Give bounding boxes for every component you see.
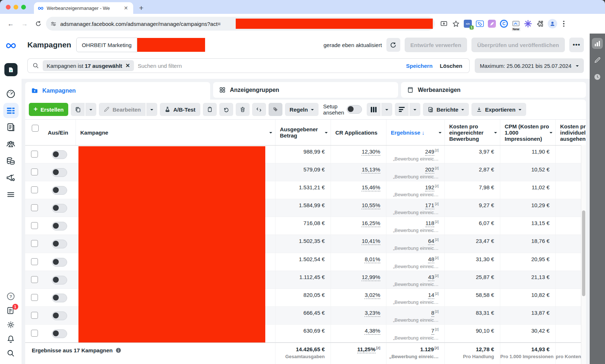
- clipboard-button[interactable]: [203, 103, 217, 116]
- column-header-cr[interactable]: CR Applications: [331, 120, 386, 145]
- sidebar-item-campaigns[interactable]: [3, 103, 19, 118]
- breakdown-button[interactable]: [395, 103, 409, 116]
- campaign-onoff-toggle[interactable]: [52, 222, 67, 231]
- columns-button[interactable]: [367, 103, 381, 116]
- column-header-campaign[interactable]: Kampagne: [76, 120, 275, 145]
- export-button[interactable]: Exportieren: [471, 103, 526, 116]
- campaign-onoff-toggle[interactable]: [52, 204, 67, 213]
- table-scrollbar[interactable]: [581, 145, 586, 364]
- results-value[interactable]: 118: [425, 220, 434, 227]
- sidebar-item-ads-manager-app[interactable]: [3, 62, 19, 77]
- column-header-cpm[interactable]: CPM (Kosten pro 1.000 Impressionen): [500, 120, 555, 145]
- extensions-puzzle-icon[interactable]: [536, 19, 544, 28]
- campaign-onoff-toggle[interactable]: [52, 258, 67, 267]
- cr-value[interactable]: 8,01%: [365, 256, 380, 263]
- cr-value[interactable]: 3,02%: [365, 292, 380, 299]
- extension-feather-icon[interactable]: [488, 19, 496, 28]
- info-icon[interactable]: [115, 347, 122, 353]
- campaign-onoff-toggle[interactable]: [52, 294, 67, 302]
- extension-tag-icon[interactable]: [475, 19, 484, 28]
- row-checkbox[interactable]: [31, 330, 38, 337]
- campaign-onoff-toggle[interactable]: [52, 150, 67, 159]
- history-button[interactable]: [592, 71, 603, 82]
- edit-button[interactable]: Bearbeiten: [99, 103, 146, 116]
- more-options-button[interactable]: •••: [569, 38, 584, 52]
- extension-c-icon[interactable]: C: [500, 19, 508, 28]
- review-publish-button[interactable]: Überprüfen und veröffentlichen: [471, 38, 565, 52]
- column-header-clipped[interactable]: Kosten pr individuel ausgehen: [555, 120, 586, 145]
- extension-screenshare-icon[interactable]: New: [512, 19, 520, 28]
- site-settings-icon[interactable]: [50, 21, 57, 27]
- tab-ads[interactable]: Werbeanzeigen: [401, 82, 586, 98]
- sidebar-item-pages[interactable]: [3, 120, 19, 135]
- tab-adsets[interactable]: Anzeigengruppen: [213, 82, 398, 98]
- results-value[interactable]: 171: [425, 202, 434, 209]
- campaign-onoff-toggle[interactable]: [52, 276, 67, 284]
- campaign-onoff-toggle[interactable]: [52, 168, 67, 177]
- cr-value[interactable]: 12,30%: [362, 148, 380, 156]
- tags-button[interactable]: [269, 103, 282, 116]
- back-button[interactable]: ←: [4, 18, 17, 30]
- edit-menu-button[interactable]: [146, 103, 157, 116]
- reload-button[interactable]: [32, 18, 45, 30]
- notifications-button[interactable]: [4, 332, 18, 346]
- column-header-results[interactable]: Ergebnisse ↓: [386, 120, 444, 145]
- columns-menu-button[interactable]: [381, 103, 392, 116]
- account-selector[interactable]: OHRBEIT Marketing: [76, 38, 205, 52]
- maximize-window-button[interactable]: [21, 5, 26, 9]
- campaign-onoff-toggle[interactable]: [52, 240, 67, 248]
- sidebar-item-all-tools[interactable]: [3, 187, 19, 202]
- row-checkbox[interactable]: [31, 312, 38, 319]
- column-header-spend[interactable]: Ausgegebener Betrag: [275, 120, 331, 145]
- breakdown-menu-button[interactable]: [409, 103, 420, 116]
- results-value[interactable]: 8: [431, 310, 434, 317]
- cr-value[interactable]: 10,55%: [362, 202, 380, 209]
- search-button[interactable]: [4, 346, 18, 360]
- row-checkbox[interactable]: [31, 294, 38, 301]
- row-checkbox[interactable]: [31, 240, 38, 247]
- discard-drafts-button[interactable]: Entwürfe verwerfen: [405, 38, 467, 52]
- extension-burst-icon[interactable]: [524, 19, 532, 28]
- forward-button[interactable]: →: [18, 18, 31, 30]
- reports-button[interactable]: Berichte: [423, 103, 469, 116]
- updates-button[interactable]: 1: [4, 303, 18, 317]
- row-checkbox[interactable]: [31, 169, 38, 175]
- close-window-button[interactable]: [6, 5, 11, 9]
- row-checkbox[interactable]: [31, 151, 38, 158]
- duplicate-button[interactable]: [71, 103, 85, 116]
- results-value[interactable]: 48: [428, 256, 434, 263]
- results-value[interactable]: 43: [428, 274, 434, 281]
- results-value[interactable]: 64: [428, 238, 434, 245]
- campaign-onoff-toggle[interactable]: [52, 311, 67, 320]
- extension-devtools-icon[interactable]: </> 1: [463, 19, 472, 28]
- tab-campaigns[interactable]: Kampagnen: [25, 82, 210, 100]
- install-app-icon[interactable]: [439, 19, 448, 28]
- sidebar-item-audiences[interactable]: [3, 136, 19, 152]
- results-value[interactable]: 192: [425, 184, 434, 191]
- browser-tab[interactable]: Werbeanzeigenmanager - We ✕: [34, 2, 133, 14]
- results-value[interactable]: 7: [431, 328, 434, 335]
- edit-panel-button[interactable]: [592, 55, 603, 66]
- results-value[interactable]: 202: [425, 166, 434, 174]
- sidebar-item-ads-settings[interactable]: [3, 170, 19, 185]
- cr-value[interactable]: 4,38%: [365, 328, 380, 335]
- cr-value[interactable]: 12,99%: [362, 274, 380, 281]
- date-range-selector[interactable]: Maximum: 25.06.2021 bis 25.07.2024: [475, 58, 584, 73]
- tab-close-icon[interactable]: ✕: [122, 5, 130, 11]
- settings-button[interactable]: [4, 318, 18, 332]
- ab-test-button[interactable]: A/B-Test: [160, 103, 200, 116]
- new-tab-button[interactable]: +: [139, 4, 143, 12]
- select-all-checkbox[interactable]: [32, 125, 39, 132]
- cr-value[interactable]: 16,25%: [362, 220, 380, 227]
- placements-button[interactable]: [252, 103, 266, 116]
- results-value[interactable]: 14: [428, 292, 434, 299]
- refresh-button[interactable]: [386, 38, 400, 52]
- rules-button[interactable]: Regeln: [285, 103, 319, 116]
- sidebar-item-account-overview[interactable]: [3, 86, 19, 101]
- cr-value[interactable]: 10,41%: [362, 238, 380, 245]
- bookmark-star-icon[interactable]: [451, 19, 460, 28]
- browser-profile-avatar[interactable]: [548, 19, 557, 28]
- address-bar[interactable]: adsmanager.facebook.com/adsmanager/manag…: [46, 17, 435, 31]
- delete-filter-link[interactable]: Löschen: [440, 63, 462, 69]
- scrollbar-thumb[interactable]: [582, 210, 585, 296]
